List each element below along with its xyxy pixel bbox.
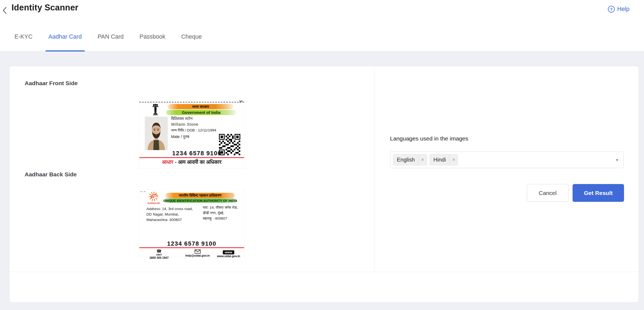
- gender-line: Male / पुरुष: [171, 134, 216, 140]
- remove-english-icon[interactable]: ×: [418, 154, 427, 165]
- cancel-button[interactable]: Cancel: [527, 184, 568, 202]
- tab-aadhar-card[interactable]: Aadhar Card: [48, 33, 83, 51]
- front-side-heading: Aadhaar Front Side: [25, 80, 78, 87]
- chip-label: English: [393, 154, 418, 165]
- www-badge-icon: WWW: [223, 250, 235, 254]
- tab-pan-card[interactable]: PAN Card: [97, 33, 125, 51]
- address-english-line: DD Nagar, Mumbai,: [146, 212, 193, 217]
- back-button[interactable]: [1, 6, 9, 15]
- page-title: Identity Scanner: [11, 3, 78, 13]
- top-bar: Identity Scanner ? Help E-KYC Aadhar Car…: [0, 0, 644, 51]
- help-question-icon: ?: [608, 6, 615, 13]
- aadhaar-logo-text: AADHAAR: [147, 202, 160, 205]
- phone-short: 1947: [143, 253, 175, 256]
- content-card: Aadhaar Front Side ✂: [10, 66, 639, 302]
- portrait-photo: [145, 117, 168, 151]
- get-result-button[interactable]: Get Result: [573, 184, 624, 202]
- govt-english-banner: Government of India: [166, 110, 236, 115]
- action-buttons: Cancel Get Result: [527, 184, 624, 202]
- tab-e-kyc[interactable]: E-KYC: [14, 33, 33, 51]
- identity-scanner-page: Identity Scanner ? Help E-KYC Aadhar Car…: [0, 0, 644, 310]
- languages-multiselect[interactable]: English × Hindi × ▼: [390, 151, 624, 168]
- name-hindi: विल्लियम स्टोन: [171, 116, 216, 122]
- tab-cheque[interactable]: Cheque: [180, 33, 203, 51]
- aadhaar-back-image: AADHAAR भारतीय विशिष्ट पहचान प्राधिकरण U…: [139, 190, 244, 257]
- address-hindi-line: महाराष्ट्र - 400607: [203, 216, 238, 221]
- india-emblem-icon: [152, 104, 159, 117]
- back-chevron-icon: [2, 7, 7, 15]
- help-label: Help: [617, 5, 629, 13]
- aadhaar-logo-icon: AADHAAR: [146, 191, 161, 206]
- address-hindi-line: पता: 14, तीसरा क्रॉस रोड,: [203, 205, 238, 210]
- cut-line: [139, 102, 244, 102]
- aadhaar-slogan: आधार- आम आदमी का अधिकार: [139, 159, 244, 165]
- dob-line: जन्म तिथि / DOB : 12/11/1994: [171, 128, 216, 134]
- tab-bar: E-KYC Aadhar Card PAN Card Passbook Cheq…: [14, 33, 203, 51]
- name-english: Willaim Stone: [171, 122, 216, 128]
- aadhaar-front-image: ✂ भारत सरकार Gove: [139, 101, 244, 168]
- address-english-line: Address: 14, 3rd cross road,: [146, 206, 193, 212]
- remove-hindi-icon[interactable]: ×: [449, 154, 458, 165]
- chevron-down-icon[interactable]: ▼: [615, 158, 619, 162]
- language-chip-hindi: Hindi ×: [430, 154, 458, 165]
- back-side-heading: Aadhaar Back Side: [25, 171, 77, 178]
- address-hindi-line: डीडी नगर, मुंबई,: [203, 210, 238, 216]
- mail-icon: [195, 249, 201, 254]
- document-preview-pane: Aadhaar Front Side ✂: [10, 66, 374, 272]
- aadhaar-number-back: 1234 6578 9100: [139, 240, 244, 247]
- languages-label: Languages used in the images: [390, 135, 468, 142]
- back-red-line: [139, 247, 244, 248]
- phone-long: 1800 300 1947: [143, 256, 175, 260]
- contact-phone: ☎ 1947 1800 300 1947: [143, 249, 175, 260]
- chip-label: Hindi: [430, 154, 450, 165]
- scissors-icon: ✂: [239, 98, 244, 105]
- help-link[interactable]: ? Help: [608, 5, 629, 13]
- contact-email: help@uidai.gov.in: [180, 249, 215, 257]
- govt-hindi-banner: भारत सरकार: [168, 104, 233, 109]
- contact-website: WWW www.uidai.gov.in: [215, 249, 242, 258]
- website-text: www.uidai.gov.in: [215, 254, 242, 258]
- address-hindi: पता: 14, तीसरा क्रॉस रोड, डीडी नगर, मुंब…: [203, 205, 238, 221]
- cut-line-remnant: [140, 191, 145, 192]
- slogan-prefix: आधार: [162, 159, 173, 165]
- authority-english-banner: UNIQUE IDENTIFICATION AUTHORITY OF INDIA: [164, 199, 237, 203]
- front-text-block: विल्लियम स्टोन Willaim Stone जन्म तिथि /…: [171, 116, 216, 140]
- address-english: Address: 14, 3rd cross road, DD Nagar, M…: [146, 206, 193, 223]
- language-chip-english: English ×: [393, 154, 427, 165]
- content-card-body: Aadhaar Front Side ✂: [10, 66, 639, 272]
- front-red-line: [139, 157, 244, 158]
- tab-passbook[interactable]: Passbook: [139, 33, 166, 51]
- aadhaar-number-front: 1234 6578 9100: [169, 150, 225, 157]
- options-pane: Languages used in the images English × H…: [375, 66, 639, 272]
- phone-icon: ☎: [143, 249, 175, 253]
- authority-hindi-banner: भारतीय विशिष्ट पहचान प्राधिकरण: [166, 193, 235, 198]
- slogan-rest: - आम आदमी का अधिकार: [175, 159, 221, 165]
- address-english-line: Maharashtra- 400607: [146, 217, 193, 223]
- email-text: help@uidai.gov.in: [180, 254, 215, 257]
